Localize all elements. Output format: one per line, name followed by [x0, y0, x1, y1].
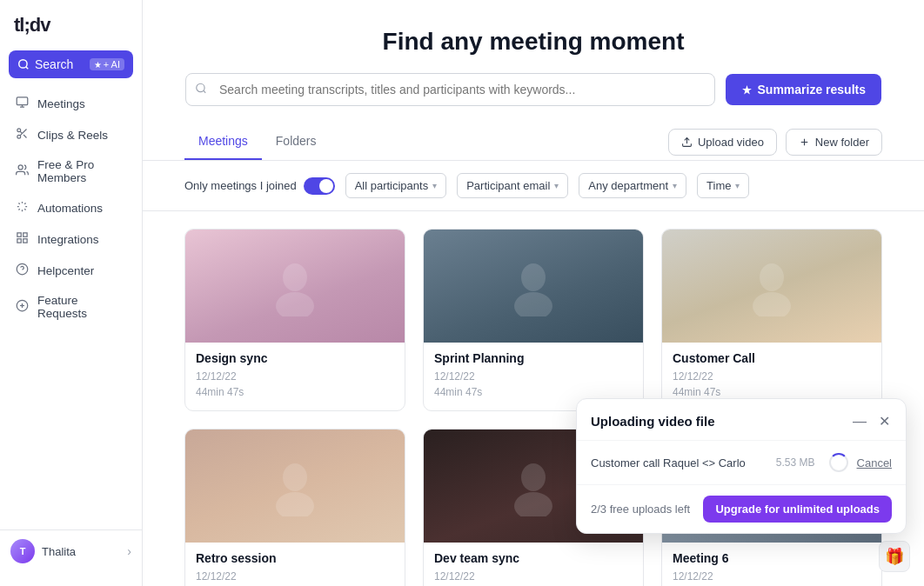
search-container: Summarize results	[185, 73, 881, 106]
search-input[interactable]	[185, 73, 715, 106]
cancel-upload-button[interactable]: Cancel	[857, 456, 892, 469]
automations-icon	[16, 200, 29, 216]
page-title: Find any meeting moment	[184, 28, 882, 56]
any-department-label: Any department	[588, 179, 668, 192]
meetings-label: Meetings	[37, 97, 85, 110]
card-title: Customer Call	[673, 351, 871, 365]
tabs-row: Meetings Folders Upload video New folder	[143, 123, 924, 161]
search-input-icon	[195, 83, 207, 97]
card-title: Meeting 6	[673, 551, 871, 565]
svg-point-17	[283, 263, 307, 291]
automations-label: Automations	[37, 202, 103, 215]
app-logo: tl;dv	[0, 14, 142, 50]
user-name: Thalita	[42, 545, 76, 558]
tab-meetings[interactable]: Meetings	[184, 123, 262, 160]
upload-spinner	[829, 453, 848, 472]
clips-label: Clips & Reels	[37, 129, 108, 142]
sidebar-item-meetings[interactable]: Meetings	[7, 89, 135, 118]
sidebar-item-feature-requests[interactable]: Feature Requests	[7, 287, 135, 327]
minimize-button[interactable]: —	[851, 411, 868, 431]
scissors-icon	[16, 127, 29, 143]
meeting-card[interactable]: Customer Call 12/12/2244min 47s	[661, 229, 882, 411]
all-participants-label: All participants	[355, 179, 429, 192]
sidebar-item-automations[interactable]: Automations	[7, 193, 135, 223]
members-label: Free & Pro Members	[37, 158, 126, 184]
user-profile[interactable]: T Thalita ›	[0, 529, 142, 572]
card-meta: 12/12/2244min 47s	[673, 569, 871, 586]
avatar: T	[10, 539, 35, 563]
upload-video-label: Upload video	[698, 136, 764, 149]
sidebar-item-members[interactable]: Free & Pro Members	[7, 151, 135, 191]
svg-rect-6	[23, 233, 27, 236]
upload-video-button[interactable]: Upload video	[668, 129, 777, 156]
sidebar-item-integrations[interactable]: Integrations	[7, 224, 135, 254]
filter-toggle: Only meetings I joined	[184, 177, 335, 195]
card-info: Meeting 6 12/12/2244min 47s	[662, 543, 881, 586]
toggle-switch[interactable]	[304, 177, 335, 195]
upload-title: Uploading video file	[591, 414, 715, 429]
main-content: Find any meeting moment Summarize result…	[143, 0, 924, 586]
tabs: Meetings Folders	[184, 123, 331, 160]
svg-point-0	[19, 60, 27, 68]
upload-popup: Uploading video file — ✕ Customer call R…	[576, 398, 907, 534]
search-icon	[17, 58, 30, 70]
ai-badge-label: + AI	[104, 59, 120, 70]
card-meta: 12/12/2244min 47s	[434, 369, 633, 400]
close-upload-button[interactable]: ✕	[877, 411, 892, 431]
meeting-card[interactable]: Retro session 12/12/2244min 47s	[184, 429, 405, 586]
filter-time[interactable]: Time ▾	[697, 173, 749, 198]
svg-point-24	[276, 492, 314, 516]
card-thumbnail	[424, 230, 643, 343]
new-folder-button[interactable]: New folder	[786, 129, 882, 156]
integrations-icon	[16, 231, 29, 247]
filter-toggle-label: Only meetings I joined	[184, 179, 297, 192]
svg-rect-7	[23, 239, 27, 243]
upgrade-button[interactable]: Upgrade for unlimited uploads	[703, 496, 892, 523]
svg-point-4	[18, 165, 23, 170]
card-meta: 12/12/2244min 47s	[434, 569, 633, 586]
content-area: Design sync 12/12/2244min 47s Sprint Pla…	[143, 211, 924, 586]
ai-badge: + AI	[90, 58, 124, 70]
free-uploads-text: 2/3 free uploads left	[591, 503, 690, 516]
upload-header: Uploading video file — ✕	[577, 399, 906, 441]
sidebar-item-clips[interactable]: Clips & Reels	[7, 120, 135, 150]
svg-point-19	[521, 263, 546, 291]
sidebar-item-helpcenter[interactable]: Helpcenter	[7, 256, 135, 285]
card-info: Design sync 12/12/2244min 47s	[185, 343, 405, 410]
svg-rect-1	[17, 97, 28, 105]
card-thumbnail	[662, 230, 881, 343]
chevron-right-icon: ›	[127, 544, 131, 558]
gift-icon-button[interactable]: 🎁	[879, 541, 910, 572]
meeting-card[interactable]: Sprint Planning 12/12/2244min 47s	[423, 229, 644, 411]
integrations-label: Integrations	[37, 233, 99, 246]
main-header: Find any meeting moment Summarize result…	[143, 0, 924, 123]
svg-point-21	[760, 263, 784, 291]
search-button[interactable]: Search + AI	[9, 50, 133, 78]
filter-any-department[interactable]: Any department ▾	[579, 173, 686, 198]
card-meta: 12/12/2244min 47s	[196, 569, 394, 586]
chevron-down-icon: ▾	[735, 181, 740, 190]
upload-file-name: Customer call Raquel <> Carlo	[591, 456, 767, 469]
card-title: Design sync	[196, 351, 394, 365]
feature-icon	[16, 299, 29, 315]
meeting-card[interactable]: Design sync 12/12/2244min 47s	[184, 229, 405, 411]
filter-all-participants[interactable]: All participants ▾	[345, 173, 447, 198]
upload-file-size: 5.53 MB	[776, 456, 815, 469]
summarize-label: Summarize results	[758, 83, 867, 97]
sidebar-nav: Meetings Clips & Reels Free & Pro Member…	[0, 89, 142, 529]
card-title: Sprint Planning	[434, 351, 633, 365]
filters-row: Only meetings I joined All participants …	[143, 161, 924, 211]
upload-footer: 2/3 free uploads left Upgrade for unlimi…	[577, 485, 906, 533]
card-info: Retro session 12/12/2244min 47s	[185, 543, 405, 586]
upload-controls: — ✕	[851, 411, 892, 431]
filter-participant-email[interactable]: Participant email ▾	[457, 173, 568, 198]
plus-icon	[799, 137, 810, 148]
svg-point-20	[514, 292, 552, 316]
svg-point-23	[283, 463, 307, 491]
feature-requests-label: Feature Requests	[37, 294, 126, 320]
users-icon	[16, 163, 29, 179]
summarize-button[interactable]: Summarize results	[726, 74, 882, 105]
card-meta: 12/12/2244min 47s	[196, 369, 394, 400]
tab-folders[interactable]: Folders	[262, 123, 331, 160]
upload-item: Customer call Raquel <> Carlo 5.53 MB Ca…	[577, 441, 906, 485]
